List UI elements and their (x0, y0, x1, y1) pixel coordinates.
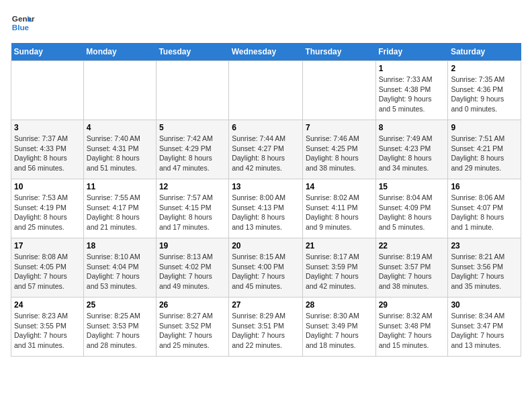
day-number: 2 (451, 64, 518, 73)
dow-header: Sunday (11, 43, 84, 61)
dow-header: Monday (83, 43, 156, 61)
day-info: Sunrise: 8:04 AM Sunset: 4:09 PM Dayligh… (379, 193, 445, 232)
day-info: Sunrise: 7:46 AM Sunset: 4:25 PM Dayligh… (306, 134, 373, 173)
day-number: 24 (14, 300, 81, 310)
day-info: Sunrise: 7:42 AM Sunset: 4:29 PM Dayligh… (159, 134, 226, 173)
calendar-cell: 12Sunrise: 7:57 AM Sunset: 4:15 PM Dayli… (156, 179, 228, 238)
day-info: Sunrise: 8:06 AM Sunset: 4:07 PM Dayligh… (451, 193, 518, 232)
calendar-week-row: 3Sunrise: 7:37 AM Sunset: 4:33 PM Daylig… (11, 120, 521, 179)
day-info: Sunrise: 8:13 AM Sunset: 4:02 PM Dayligh… (159, 252, 226, 291)
day-number: 3 (14, 123, 81, 132)
day-number: 25 (87, 300, 153, 310)
day-number: 20 (232, 241, 300, 250)
day-info: Sunrise: 8:00 AM Sunset: 4:13 PM Dayligh… (232, 193, 300, 232)
calendar-cell: 18Sunrise: 8:10 AM Sunset: 4:04 PM Dayli… (83, 238, 156, 298)
day-number: 19 (159, 241, 226, 250)
calendar-cell (83, 61, 156, 120)
calendar-cell: 28Sunrise: 8:30 AM Sunset: 3:49 PM Dayli… (302, 298, 375, 357)
calendar-cell: 10Sunrise: 7:53 AM Sunset: 4:19 PM Dayli… (11, 179, 84, 238)
calendar-cell: 23Sunrise: 8:21 AM Sunset: 3:56 PM Dayli… (448, 238, 521, 298)
calendar-cell (302, 61, 375, 120)
day-number: 13 (232, 182, 300, 191)
day-number: 12 (159, 182, 226, 191)
calendar-cell: 16Sunrise: 8:06 AM Sunset: 4:07 PM Dayli… (448, 179, 521, 238)
dow-header: Tuesday (156, 43, 228, 61)
day-info: Sunrise: 8:34 AM Sunset: 3:47 PM Dayligh… (451, 311, 518, 351)
calendar-cell: 9Sunrise: 7:51 AM Sunset: 4:21 PM Daylig… (448, 120, 521, 179)
day-info: Sunrise: 7:35 AM Sunset: 4:36 PM Dayligh… (451, 75, 518, 114)
calendar-cell: 13Sunrise: 8:00 AM Sunset: 4:13 PM Dayli… (229, 179, 303, 238)
calendar-cell: 24Sunrise: 8:23 AM Sunset: 3:55 PM Dayli… (11, 298, 84, 357)
day-info: Sunrise: 8:15 AM Sunset: 4:00 PM Dayligh… (232, 252, 300, 291)
day-number: 21 (306, 241, 373, 250)
day-number: 16 (451, 182, 518, 191)
day-number: 9 (451, 123, 518, 132)
calendar-week-row: 1Sunrise: 7:33 AM Sunset: 4:38 PM Daylig… (11, 61, 521, 120)
day-number: 7 (306, 123, 373, 132)
calendar-cell: 15Sunrise: 8:04 AM Sunset: 4:09 PM Dayli… (375, 179, 448, 238)
day-info: Sunrise: 8:29 AM Sunset: 3:51 PM Dayligh… (232, 311, 300, 351)
day-info: Sunrise: 7:49 AM Sunset: 4:23 PM Dayligh… (379, 134, 445, 173)
day-number: 27 (232, 300, 300, 310)
day-info: Sunrise: 7:57 AM Sunset: 4:15 PM Dayligh… (159, 193, 226, 232)
day-info: Sunrise: 8:02 AM Sunset: 4:11 PM Dayligh… (306, 193, 373, 232)
day-number: 5 (159, 123, 226, 132)
calendar-cell (156, 61, 228, 120)
calendar-cell: 22Sunrise: 8:19 AM Sunset: 3:57 PM Dayli… (375, 238, 448, 298)
calendar-cell: 6Sunrise: 7:44 AM Sunset: 4:27 PM Daylig… (229, 120, 303, 179)
header: General Blue (11, 11, 521, 35)
day-number: 18 (87, 241, 153, 250)
day-info: Sunrise: 8:21 AM Sunset: 3:56 PM Dayligh… (451, 252, 518, 291)
day-info: Sunrise: 8:25 AM Sunset: 3:53 PM Dayligh… (87, 311, 153, 351)
dow-header: Friday (375, 43, 448, 61)
dow-header: Wednesday (229, 43, 303, 61)
calendar-cell: 8Sunrise: 7:49 AM Sunset: 4:23 PM Daylig… (375, 120, 448, 179)
svg-text:Blue: Blue (12, 23, 30, 32)
day-info: Sunrise: 7:37 AM Sunset: 4:33 PM Dayligh… (14, 134, 81, 173)
day-number: 6 (232, 123, 300, 132)
calendar-cell: 2Sunrise: 7:35 AM Sunset: 4:36 PM Daylig… (448, 61, 521, 120)
calendar-cell: 4Sunrise: 7:40 AM Sunset: 4:31 PM Daylig… (83, 120, 156, 179)
calendar-week-row: 24Sunrise: 8:23 AM Sunset: 3:55 PM Dayli… (11, 298, 521, 357)
day-info: Sunrise: 8:17 AM Sunset: 3:59 PM Dayligh… (306, 252, 373, 291)
day-number: 23 (451, 241, 518, 250)
calendar-cell: 19Sunrise: 8:13 AM Sunset: 4:02 PM Dayli… (156, 238, 228, 298)
day-number: 30 (451, 300, 518, 310)
calendar-week-row: 17Sunrise: 8:08 AM Sunset: 4:05 PM Dayli… (11, 238, 521, 298)
day-info: Sunrise: 8:23 AM Sunset: 3:55 PM Dayligh… (14, 311, 81, 351)
calendar-cell: 27Sunrise: 8:29 AM Sunset: 3:51 PM Dayli… (229, 298, 303, 357)
calendar-week-row: 10Sunrise: 7:53 AM Sunset: 4:19 PM Dayli… (11, 179, 521, 238)
calendar-cell (11, 61, 84, 120)
calendar-cell: 17Sunrise: 8:08 AM Sunset: 4:05 PM Dayli… (11, 238, 84, 298)
day-info: Sunrise: 7:40 AM Sunset: 4:31 PM Dayligh… (87, 134, 153, 173)
day-info: Sunrise: 8:30 AM Sunset: 3:49 PM Dayligh… (306, 311, 373, 351)
calendar-cell: 26Sunrise: 8:27 AM Sunset: 3:52 PM Dayli… (156, 298, 228, 357)
calendar-cell: 20Sunrise: 8:15 AM Sunset: 4:00 PM Dayli… (229, 238, 303, 298)
day-number: 17 (14, 241, 81, 250)
logo-icon: General Blue (11, 11, 35, 35)
days-of-week-row: SundayMondayTuesdayWednesdayThursdayFrid… (11, 43, 521, 61)
day-info: Sunrise: 8:08 AM Sunset: 4:05 PM Dayligh… (14, 252, 81, 291)
day-number: 26 (159, 300, 226, 310)
calendar-cell: 7Sunrise: 7:46 AM Sunset: 4:25 PM Daylig… (302, 120, 375, 179)
dow-header: Thursday (302, 43, 375, 61)
logo: General Blue (11, 11, 35, 35)
calendar-cell: 21Sunrise: 8:17 AM Sunset: 3:59 PM Dayli… (302, 238, 375, 298)
day-number: 29 (379, 300, 445, 310)
calendar-cell (229, 61, 303, 120)
day-info: Sunrise: 8:27 AM Sunset: 3:52 PM Dayligh… (159, 311, 226, 351)
calendar-cell: 1Sunrise: 7:33 AM Sunset: 4:38 PM Daylig… (375, 61, 448, 120)
day-number: 28 (306, 300, 373, 310)
calendar-table: SundayMondayTuesdayWednesdayThursdayFrid… (11, 43, 521, 357)
day-info: Sunrise: 7:53 AM Sunset: 4:19 PM Dayligh… (14, 193, 81, 232)
calendar-cell: 11Sunrise: 7:55 AM Sunset: 4:17 PM Dayli… (83, 179, 156, 238)
day-info: Sunrise: 7:44 AM Sunset: 4:27 PM Dayligh… (232, 134, 300, 173)
calendar-cell: 25Sunrise: 8:25 AM Sunset: 3:53 PM Dayli… (83, 298, 156, 357)
day-info: Sunrise: 7:33 AM Sunset: 4:38 PM Dayligh… (379, 75, 445, 114)
day-number: 10 (14, 182, 81, 191)
day-number: 15 (379, 182, 445, 191)
day-number: 1 (379, 64, 445, 73)
day-info: Sunrise: 7:55 AM Sunset: 4:17 PM Dayligh… (87, 193, 153, 232)
day-number: 14 (306, 182, 373, 191)
dow-header: Saturday (448, 43, 521, 61)
